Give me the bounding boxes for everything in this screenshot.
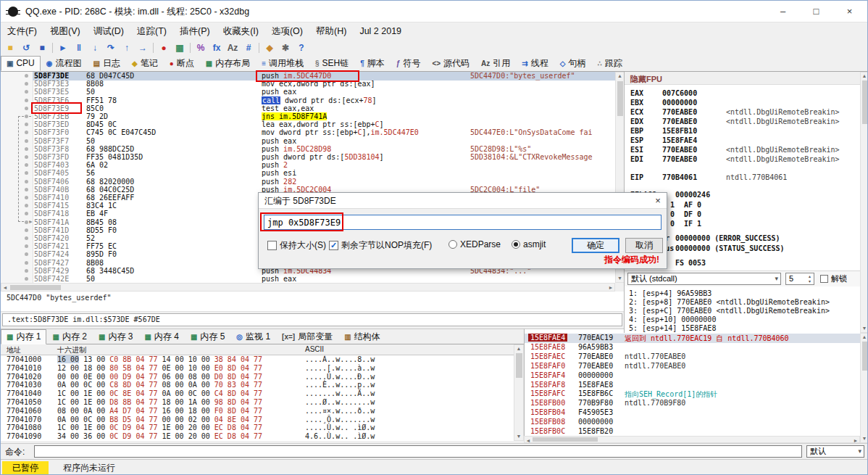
register-row[interactable]: EDX770EABE0<ntdll.DbgUiRemoteBreakin> bbox=[625, 117, 860, 126]
disasm-address[interactable]: 5D8F7424 bbox=[34, 250, 69, 258]
disasm-address[interactable]: 5D8F7427 bbox=[34, 259, 69, 267]
disasm-address[interactable]: 5D8F73E9 bbox=[34, 104, 69, 112]
pause-icon[interactable]: ‖ bbox=[71, 40, 87, 56]
disasm-row[interactable]: 5D8F73FDFF35 0481D35Dpush dword ptr ds:[… bbox=[1, 153, 615, 162]
tab-breakpoints[interactable]: ●断点 bbox=[164, 56, 200, 71]
scrollbar-thumb[interactable] bbox=[862, 342, 868, 371]
asmjit-radio[interactable]: asmjit bbox=[512, 239, 546, 249]
hash-icon[interactable]: # bbox=[241, 40, 256, 56]
disasm-row[interactable]: 5D8F73E550push eax bbox=[1, 88, 615, 96]
breakpoint-dot-icon[interactable] bbox=[25, 188, 28, 191]
open-file-icon[interactable]: ■ bbox=[2, 40, 18, 56]
disasm-instruction[interactable]: lea eax,dword ptr ss:[ebp+C] bbox=[262, 120, 384, 128]
scroll-right-icon[interactable]: ► bbox=[852, 437, 859, 442]
memory-map-icon[interactable]: ▦ bbox=[172, 40, 188, 56]
notes-icon[interactable]: ◆ bbox=[262, 40, 277, 56]
dump-bytes[interactable]: 0A 00 0C 00 B8 D5 04 77 00 00 02 00 04 8… bbox=[57, 416, 262, 424]
disasm-instruction[interactable]: push im.5DC447D0 bbox=[262, 72, 331, 80]
menu-item-视图V[interactable]: 视图(V) bbox=[43, 22, 87, 40]
breakpoint-dot-icon[interactable] bbox=[25, 123, 28, 126]
breakpoint-dot-icon[interactable] bbox=[25, 269, 28, 273]
stack-row[interactable]: 15E8FB0C15E8FB20 bbox=[525, 427, 860, 436]
stack-horizontal-scrollbar[interactable]: ◄ ► bbox=[524, 436, 860, 443]
scroll-up-icon[interactable]: ▲ bbox=[861, 334, 868, 341]
dump-row[interactable]: 7704102000 00 0E 00 00 D9 04 77 06 00 08… bbox=[1, 373, 514, 381]
tab-cpu[interactable]: ▣CPU bbox=[1, 56, 41, 71]
register-row[interactable]: EIP770B4061ntdll.770B4061 bbox=[625, 173, 860, 182]
menu-item-文件F[interactable]: 文件(F) bbox=[1, 22, 43, 40]
disasm-address[interactable]: 5D8F7410 bbox=[34, 194, 69, 202]
disasm-row[interactable]: 5D8F73F0C745 0C E047C45Dmov dword ptr ss… bbox=[1, 128, 615, 137]
assembly-instruction-input[interactable] bbox=[264, 215, 662, 230]
disasm-address[interactable]: 5D8F7415 bbox=[34, 202, 69, 210]
disasm-address[interactable]: 5D8F73DE bbox=[34, 72, 69, 80]
az-icon[interactable]: Az bbox=[225, 40, 241, 56]
scroll-right-icon[interactable]: ► bbox=[607, 284, 614, 291]
disasm-instruction[interactable]: push dword ptr ds:[5DD38104] bbox=[262, 153, 384, 161]
breakpoint-dot-icon[interactable] bbox=[25, 107, 28, 110]
xedparse-radio[interactable]: XEDParse bbox=[448, 239, 501, 249]
fx-icon[interactable]: fx bbox=[209, 40, 225, 56]
tab-references[interactable]: Az引用 bbox=[475, 56, 516, 71]
dump-row[interactable]: 770410401C 00 1E 00 0C 8E 04 77 0A 00 0C… bbox=[1, 389, 514, 398]
menu-item-帮助H[interactable]: 帮助(H) bbox=[309, 22, 353, 40]
dump-bytes[interactable]: 1C 00 1E 00 0C 8E 04 77 0A 00 0C 00 C4 8… bbox=[57, 389, 262, 397]
breakpoint-dot-icon[interactable] bbox=[25, 261, 28, 265]
disasm-instruction[interactable]: test eax,eax bbox=[262, 104, 314, 112]
tab-memory-map[interactable]: ▦内存布局 bbox=[200, 56, 256, 71]
dump-bytes[interactable]: 1C 00 1E 00 D8 8B 04 77 18 00 1A 00 98 8… bbox=[57, 398, 262, 406]
disasm-address[interactable]: 5D8F7429 bbox=[34, 267, 69, 275]
breakpoint-dot-icon[interactable] bbox=[25, 155, 28, 159]
dump-column-header[interactable]: 地址 bbox=[7, 345, 21, 355]
tab-handles[interactable]: ◇句柄 bbox=[554, 56, 592, 71]
disasm-address[interactable]: 5D8F7406 bbox=[34, 178, 69, 186]
dump-column-header[interactable]: 十六进制 bbox=[57, 345, 86, 355]
stack-value[interactable]: 770EABE0 bbox=[578, 362, 613, 370]
disasm-address[interactable]: 5D8F73F8 bbox=[34, 145, 69, 153]
dump-bytes[interactable]: 12 00 18 00 80 5B 04 77 0E 00 10 00 E0 8… bbox=[57, 364, 262, 372]
scroll-up-icon[interactable]: ▲ bbox=[514, 345, 523, 352]
dump-column-header[interactable]: ASCII bbox=[305, 345, 324, 353]
step-over-icon[interactable]: ↷ bbox=[103, 40, 119, 56]
disasm-row[interactable]: 5D8F742E50push eax bbox=[1, 275, 615, 283]
disasm-address[interactable]: 5D8F73F0 bbox=[34, 128, 69, 136]
breakpoint-dot-icon[interactable] bbox=[25, 212, 28, 215]
stack-row[interactable]: 15E8FB00770B9F80ntdll.770B9F80 bbox=[525, 399, 860, 408]
disasm-row[interactable]: 5D8F73ED8D45 0Clea eax,dword ptr ss:[ebp… bbox=[1, 120, 615, 129]
breakpoint-dot-icon[interactable] bbox=[25, 196, 28, 199]
dialog-title-bar[interactable]: × 汇编于 5D8F73DE bbox=[259, 193, 667, 209]
cancel-button[interactable]: 取消 bbox=[625, 238, 663, 253]
tab-dump-1[interactable]: ▦内存 1 bbox=[1, 329, 46, 344]
breakpoint-dot-icon[interactable] bbox=[25, 90, 28, 94]
tab-symbols[interactable]: ƒ符号 bbox=[391, 56, 427, 71]
tab-call-stack[interactable]: ≡调用堆栈 bbox=[256, 56, 309, 71]
dump-bytes[interactable]: 08 00 0A 00 A4 D7 04 77 16 00 18 00 F0 8… bbox=[57, 407, 262, 415]
tab-threads[interactable]: ⇉线程 bbox=[516, 56, 554, 71]
tab-dump-3[interactable]: ▦内存 3 bbox=[93, 329, 138, 344]
breakpoint-dot-icon[interactable] bbox=[25, 99, 28, 102]
stack-row[interactable]: 15E8FB04F45905E3 bbox=[525, 408, 860, 418]
breakpoint-dot-icon[interactable] bbox=[25, 131, 28, 134]
disasm-instruction[interactable]: push 282 bbox=[262, 178, 296, 186]
dialog-close-button[interactable]: × bbox=[649, 193, 667, 209]
register-row[interactable]: ESP15E8FAE4 bbox=[625, 136, 860, 145]
stack-row[interactable]: 15E8FAFC15E8FB6C指向SEH_Record[1]的指针 bbox=[525, 389, 860, 399]
disasm-row[interactable]: 5D8F73F868 988DC25Dpush im.5DC28D985DC28… bbox=[1, 145, 615, 154]
close-button[interactable]: × bbox=[833, 1, 866, 22]
stack-row[interactable]: 15E8FAE4770EAC19返回到 ntdll.770EAC19 自 ntd… bbox=[525, 334, 860, 343]
step-into-icon[interactable]: ↓ bbox=[87, 40, 103, 56]
disasm-instruction[interactable]: push eax bbox=[262, 88, 296, 96]
menu-item-收藏夹I[interactable]: 收藏夹(I) bbox=[217, 22, 265, 40]
command-profile-dropdown[interactable]: 默认▾ bbox=[806, 445, 864, 458]
breakpoint-dot-icon[interactable] bbox=[25, 244, 28, 248]
dump-bytes[interactable]: 0A 00 0C 00 C8 8D 04 77 08 00 0A 00 70 8… bbox=[57, 381, 262, 389]
disasm-address[interactable]: 5D8F7418 bbox=[34, 210, 69, 218]
tab-log[interactable]: ▤日志 bbox=[88, 56, 126, 71]
dump-bytes[interactable]: 16 00 13 00 C0 8B 04 77 14 00 10 00 38 8… bbox=[57, 355, 262, 363]
stack-row[interactable]: 15E8FAF0770EABE0ntdll.770EABE0 bbox=[525, 362, 860, 371]
disasm-address[interactable]: 5D8F741A bbox=[34, 218, 69, 226]
run-icon[interactable]: ► bbox=[55, 40, 71, 56]
ok-button[interactable]: 确定 bbox=[572, 238, 619, 253]
disasm-row[interactable]: 5D8F73EB79 2Djns im.5D8F741A bbox=[1, 112, 615, 121]
run-to-user-code-icon[interactable]: → bbox=[135, 40, 151, 56]
